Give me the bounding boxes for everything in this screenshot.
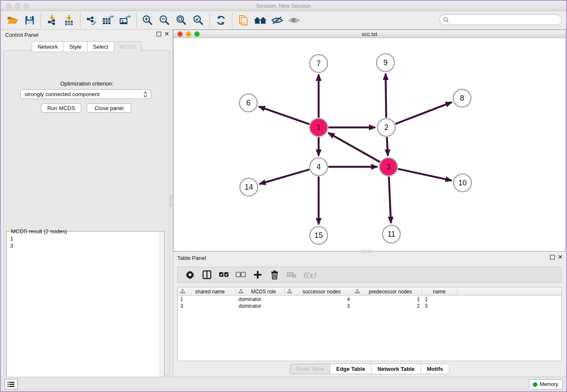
show-all-eye-icon[interactable] (286, 12, 303, 28)
column-header-predecessor-nodes[interactable]: predecessor nodes (352, 287, 422, 295)
panel-splitter-grip[interactable] (170, 196, 173, 207)
toggle-columns-icon[interactable] (201, 269, 212, 280)
table-row[interactable]: 1 dominator 4 1 1 (178, 296, 561, 303)
network-canvas[interactable]: 1234678910111415 (173, 38, 565, 251)
main-toolbar (1, 11, 566, 30)
table-panel-title: Table Panel (177, 255, 206, 261)
tab-network[interactable]: Network (32, 41, 63, 52)
toolbar-separator (41, 13, 41, 28)
zoom-in-icon[interactable] (139, 12, 156, 28)
delete-column-trash-icon[interactable] (269, 269, 280, 280)
graph-node-label-4: 4 (317, 163, 321, 171)
home-icon[interactable] (252, 12, 269, 28)
first-neighbors-icon[interactable] (235, 12, 252, 28)
graph-edge-2-8[interactable] (395, 102, 451, 124)
close-panel-icon[interactable]: ✕ (164, 32, 169, 36)
node-table: shared name MCDS role successor nodes pr… (177, 287, 561, 361)
save-session-icon[interactable] (21, 12, 38, 28)
cell-successor-nodes[interactable]: 3 (285, 303, 352, 309)
criterion-select[interactable]: strongly connected component (20, 89, 151, 99)
graph-edge-4-14[interactable] (259, 169, 309, 184)
tab-network-table[interactable]: Network Table (371, 364, 421, 374)
graph-edge-3-1[interactable] (328, 133, 380, 162)
import-table-icon[interactable] (61, 12, 77, 28)
deselect-all-rows-icon[interactable] (235, 269, 246, 280)
window-title: Session: New Session (1, 3, 566, 9)
column-type-icon (287, 289, 292, 294)
zoom-fit-icon[interactable] (173, 12, 190, 28)
cell-name[interactable]: 3 (422, 303, 457, 309)
hide-selected-eye-icon[interactable] (269, 12, 286, 28)
run-mcds-button[interactable]: Run MCDS (41, 103, 81, 113)
graph-node-label-15: 15 (314, 231, 323, 240)
memory-button[interactable]: Memory (529, 379, 563, 389)
network-window-titlebar[interactable]: ✕ − + scc.txt (173, 30, 565, 38)
close-panel-button[interactable]: Close panel (87, 103, 131, 113)
cell-predecessor-nodes[interactable]: 1 (352, 296, 422, 303)
zoom-out-icon[interactable] (156, 12, 173, 28)
graph-node-label-10: 10 (458, 179, 467, 187)
cell-name[interactable]: 1 (422, 296, 457, 303)
mcds-panel-body: Optimization criterion: strongly connect… (3, 50, 170, 375)
float-panel-icon[interactable] (157, 32, 161, 36)
zoom-selected-icon[interactable] (190, 12, 207, 28)
tab-node-table[interactable]: Node Table (290, 364, 330, 374)
tab-edge-table[interactable]: Edge Table (330, 364, 371, 374)
graph-edge-3-11[interactable] (389, 177, 391, 223)
table-row[interactable]: 3 dominator 3 2 3 (178, 303, 561, 309)
mcds-result-text[interactable]: 1 3 (10, 235, 13, 249)
graph-node-label-11: 11 (388, 230, 396, 238)
refresh-view-icon[interactable] (212, 12, 229, 28)
column-header-name[interactable]: name (422, 287, 457, 295)
memory-label: Memory (540, 381, 558, 387)
cell-mcds-role[interactable]: dominator (236, 303, 285, 309)
column-header-mcds-role[interactable]: MCDS role (236, 287, 285, 295)
cell-shared-name[interactable]: 3 (178, 303, 236, 309)
open-session-icon[interactable] (4, 12, 21, 28)
graph-edge-3-10[interactable] (398, 169, 451, 181)
tab-mcds[interactable]: MCDS (114, 41, 142, 52)
cell-mcds-role[interactable]: dominator (236, 296, 285, 303)
column-header-successor-nodes[interactable]: successor nodes (285, 287, 352, 295)
network-window-title: scc.txt (173, 31, 565, 37)
tab-motifs[interactable]: Motifs (421, 364, 449, 374)
toolbar-separator (232, 13, 232, 28)
search-field[interactable] (439, 14, 562, 25)
add-column-icon[interactable] (252, 269, 263, 280)
column-type-icon (239, 289, 243, 294)
list-icon (7, 381, 15, 387)
graph-node-label-14: 14 (245, 183, 253, 191)
graph-edge-2-9[interactable] (385, 74, 386, 118)
export-table-icon[interactable] (100, 12, 117, 28)
column-type-icon (355, 289, 360, 294)
table-panel-tabs: Node Table Edge Table Network Table Moti… (173, 364, 566, 374)
mcds-result-title: MCDS result (2 nodes) (10, 228, 68, 235)
table-panel-header: Table Panel ✕ (173, 253, 566, 264)
node-table-header-row: shared name MCDS role successor nodes pr… (178, 287, 561, 296)
table-settings-gear-icon[interactable] (184, 269, 195, 280)
control-panel-tabs: Network Style Select MCDS (1, 41, 173, 52)
graph-node-label-2: 2 (384, 123, 388, 132)
show-panels-list-button[interactable] (4, 379, 18, 389)
float-table-panel-icon[interactable] (550, 255, 555, 259)
toolbar-separator (80, 13, 80, 28)
cell-successor-nodes[interactable]: 4 (285, 296, 352, 303)
export-network-icon[interactable] (83, 12, 100, 28)
graph-edge-1-6[interactable] (259, 107, 310, 124)
toolbar-separator (209, 13, 210, 28)
tab-style[interactable]: Style (63, 41, 87, 52)
search-input[interactable] (451, 17, 561, 23)
graph-node-label-9: 9 (383, 58, 388, 67)
cell-predecessor-nodes[interactable]: 2 (352, 303, 422, 309)
import-network-icon[interactable] (44, 12, 61, 28)
close-table-panel-icon[interactable]: ✕ (558, 255, 563, 259)
mcds-result-scrollbar[interactable] (160, 232, 164, 389)
tab-select[interactable]: Select (87, 41, 114, 52)
cell-shared-name[interactable]: 1 (178, 296, 236, 303)
select-all-rows-icon[interactable] (218, 269, 229, 280)
column-header-shared-name[interactable]: shared name (178, 287, 236, 295)
export-image-icon[interactable] (117, 12, 134, 28)
graph-edge-2-3[interactable] (387, 137, 388, 156)
function-builder-icon: f(x) (303, 271, 316, 279)
window-titlebar: Session: New Session (1, 1, 566, 11)
